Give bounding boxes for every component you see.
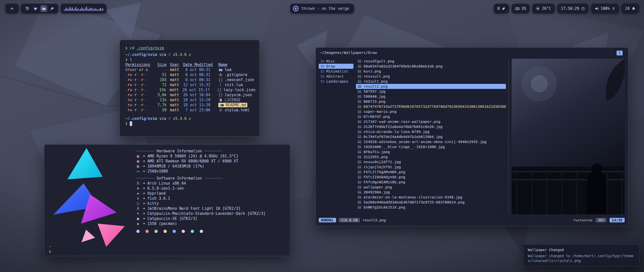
dock-item-spiral[interactable] — [24, 5, 31, 12]
file-row[interactable]: nnvuv0xj2df71.jpg — [356, 159, 506, 164]
file-name: wallpaper.png — [364, 185, 392, 189]
arrow-icon: ➜ — [143, 169, 145, 174]
clock-widget[interactable]: 17:50:29 — [557, 4, 588, 13]
image-file-icon — [357, 70, 361, 73]
fetch-value: Hyprland — [147, 191, 166, 196]
fetch-value: fish 3.6.1 — [147, 196, 170, 201]
folder-icon — [320, 59, 325, 63]
file-row[interactable]: wallpaper.png — [356, 185, 506, 190]
clock-icon — [581, 7, 585, 11]
fetch-value: JetBrainsMono Nerd Font Light 10 [GTK2/3… — [147, 206, 240, 211]
command-text: cd — [130, 46, 134, 50]
file-row[interactable]: super-mario.png — [356, 109, 506, 114]
image-file-icon — [357, 64, 361, 68]
brush-icon — [50, 7, 54, 11]
visualizer-bar — [84, 9, 85, 11]
file-row[interactable]: 08a634fa02a32364f69ebc86a98eb1eb.png — [356, 64, 506, 69]
file-row[interactable]: kurz.png — [356, 69, 506, 74]
listing-row: .rw-r--r--15kmatt26 oct 15:17{}lazy-lock… — [125, 87, 255, 92]
folder-item-abstract[interactable]: Abstract — [319, 74, 353, 79]
weather-widget[interactable]: 26°C — [532, 4, 554, 13]
file-row[interactable]: 154928-odinokoe_anime-art-anime-okno-sin… — [356, 139, 506, 144]
file-row[interactable]: 3126f7e9bbf21a8a4af0b67b041c6e26.jpg — [356, 124, 506, 129]
dock-item-fox[interactable] — [32, 5, 39, 12]
file-row[interactable]: chica-mirando-la-luna-8799.jpg — [356, 129, 506, 134]
notification-popup[interactable]: Wallpaper Changed Wallpaper changed to /… — [523, 244, 639, 267]
check-icon: ✔ — [189, 52, 191, 57]
fetch-value: 10948MiB / 64183MiB (17%) — [147, 164, 204, 168]
terminal-icon: ▢ — [136, 201, 140, 206]
theme-icon: ✎ — [136, 211, 140, 216]
file-name: 8FKa7Cu.jpeg — [364, 150, 390, 154]
visualizer-bar — [65, 9, 66, 11]
terminal-input-line[interactable]: ❯█ — [125, 121, 255, 126]
mode-badge: NORMAL — [319, 218, 336, 222]
folder-item-minimalist[interactable]: Minimalist — [319, 69, 353, 74]
fetch-line: ▣➜Catppuccin-SE [GTK2/3] — [136, 216, 286, 221]
keyboard-widget[interactable]: US — [512, 4, 530, 13]
file-row[interactable]: atardecer-en-la-montanas-ilustracion-634… — [356, 195, 506, 200]
file-row[interactable]: 87r687df.png — [356, 114, 506, 119]
file-pane[interactable]: ressdfgult.png08a634fa02a32364f69ebc86a9… — [356, 59, 506, 214]
dock-item-files[interactable] — [40, 5, 47, 12]
file-row[interactable]: result2.png — [356, 84, 506, 89]
visualizer-bar — [85, 8, 86, 11]
folder-item-landscapes[interactable]: Landscapes — [319, 79, 353, 84]
file-row[interactable]: 68747470733a2f2f696d616765732d7769786d70… — [356, 104, 506, 109]
image-file-icon — [357, 206, 361, 209]
arrow-icon: ➜ — [143, 191, 145, 196]
section-title: Hardware Information — [156, 149, 202, 153]
folder-item-draw[interactable]: Draw — [319, 64, 353, 69]
file-row[interactable]: 587597.jpg — [356, 89, 506, 94]
file-row[interactable]: FXfcHgcWIAMzs0G.png — [356, 180, 506, 185]
updates-widget[interactable]: 0 — [494, 4, 509, 13]
folder-icon — [320, 70, 325, 73]
file-row[interactable]: ressdfgult.png — [356, 59, 506, 64]
file-row[interactable]: resssult.png — [356, 74, 506, 79]
volume-widget[interactable]: 100% — [591, 4, 619, 13]
fetch-window: ────────Hardware Information────────▦➜AM… — [44, 144, 290, 256]
arrow-icon: ➜ — [143, 206, 145, 211]
palette-dot — [164, 230, 167, 233]
braces-icon: {} — [218, 93, 223, 97]
fetch-prompt[interactable]: ~ ❯ — [49, 244, 51, 254]
file-row[interactable]: 3122955.png — [356, 154, 506, 159]
file-row[interactable]: 8FKa7Cu.jpeg — [356, 149, 506, 154]
fetch-line: ♓➜fish 3.6.1 — [136, 196, 286, 201]
file-row[interactable]: 866715.png — [356, 99, 506, 104]
file-row[interactable]: 20492984.jpg — [356, 190, 506, 195]
audio-visualizer[interactable] — [61, 4, 106, 13]
file-row[interactable]: EeNKYgIUcAAJ5JX.png — [356, 205, 506, 210]
image-file-icon — [357, 130, 361, 133]
media-widget[interactable]: thrown - on the verge — [290, 4, 354, 13]
image-file-icon — [357, 145, 361, 149]
file-row[interactable]: 5a266e448add93deab367d87173e9f25-6837886… — [356, 200, 506, 205]
visualizer-bar — [74, 8, 75, 11]
file-row[interactable]: 19201080-__blue-tinge__-1920×1080.jpg — [356, 144, 506, 149]
image-file-icon — [357, 190, 361, 194]
moon-icon: ☾ — [218, 83, 223, 87]
gear-icon — [218, 108, 223, 112]
weather-value: 26°C — [542, 6, 551, 11]
fetch-value: Catppuccin-SE [GTK2/3] — [147, 216, 197, 221]
folder-pane[interactable]: MiscDrawMinimalistAbstractLandscapes — [319, 59, 353, 214]
fetch-line: ▥➜10948MiB / 64183MiB (17%) — [136, 164, 286, 169]
file-row[interactable]: 217167-sad-anime-rain-wallpaper.png — [356, 119, 506, 124]
file-name: result2.png — [364, 84, 388, 88]
file-row[interactable]: FXfcJlTXgAMvH6R.png — [356, 169, 506, 175]
fetch-value: AMD ATI Radeon RX 6800/6800 XT / 6900 XT — [147, 159, 238, 163]
lua-version: v5.4.6 — [173, 52, 187, 57]
file-row[interactable]: FXfcII0X0AQyn9X.png — [356, 175, 506, 180]
file-row[interactable]: 0c794faf07de24a4db4d4fb1eb813964.jpg — [356, 134, 506, 139]
notifications-widget[interactable]: 24 — [622, 4, 639, 13]
color-palette — [136, 230, 286, 233]
file-row[interactable]: re1sult.png — [356, 79, 506, 84]
command-argument: .config/nvim — [137, 46, 164, 50]
folder-item-misc[interactable]: Misc — [319, 59, 353, 64]
file-name: chica-mirando-la-luna-8799.jpg — [364, 130, 429, 134]
file-row[interactable]: 596848.jpg — [356, 94, 506, 99]
file-row[interactable]: rsjqojlmjhf91.jpg — [356, 164, 506, 169]
image-file-icon — [357, 165, 361, 169]
launcher-button[interactable] — [6, 4, 19, 13]
dock-item-paint[interactable] — [49, 5, 56, 12]
